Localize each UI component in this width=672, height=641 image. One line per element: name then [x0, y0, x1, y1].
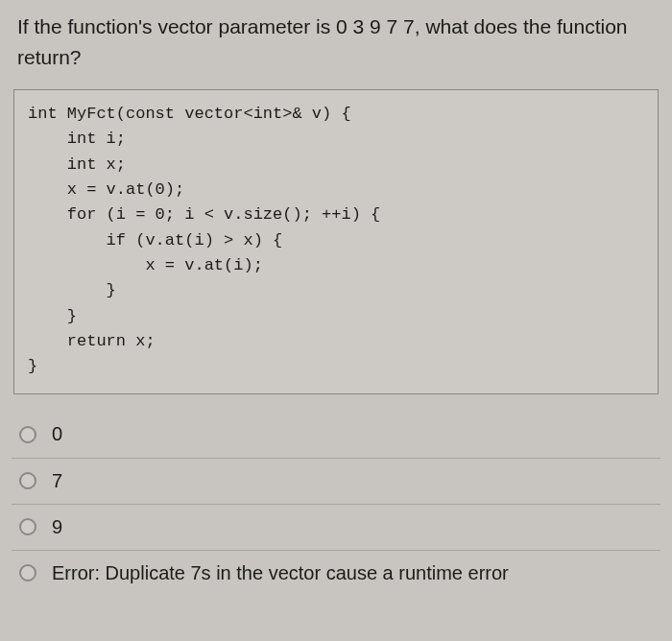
option-row[interactable]: 0	[12, 412, 660, 458]
code-content: int MyFct(const vector<int>& v) { int i;…	[28, 102, 644, 380]
options-list: 0 7 9 Error: Duplicate 7s in the vector …	[12, 412, 660, 596]
option-row[interactable]: 9	[12, 504, 660, 550]
option-label: 7	[52, 470, 62, 492]
option-label: Error: Duplicate 7s in the vector cause …	[52, 562, 509, 584]
radio-icon[interactable]	[19, 426, 36, 443]
option-row[interactable]: 7	[12, 458, 660, 504]
radio-icon[interactable]	[19, 518, 36, 535]
option-label: 0	[52, 423, 62, 445]
code-block: int MyFct(const vector<int>& v) { int i;…	[13, 89, 659, 394]
radio-icon[interactable]	[19, 472, 36, 489]
option-row[interactable]: Error: Duplicate 7s in the vector cause …	[12, 550, 660, 596]
option-label: 9	[52, 516, 62, 538]
radio-icon[interactable]	[19, 564, 36, 582]
question-text: If the function's vector parameter is 0 …	[0, 0, 672, 82]
